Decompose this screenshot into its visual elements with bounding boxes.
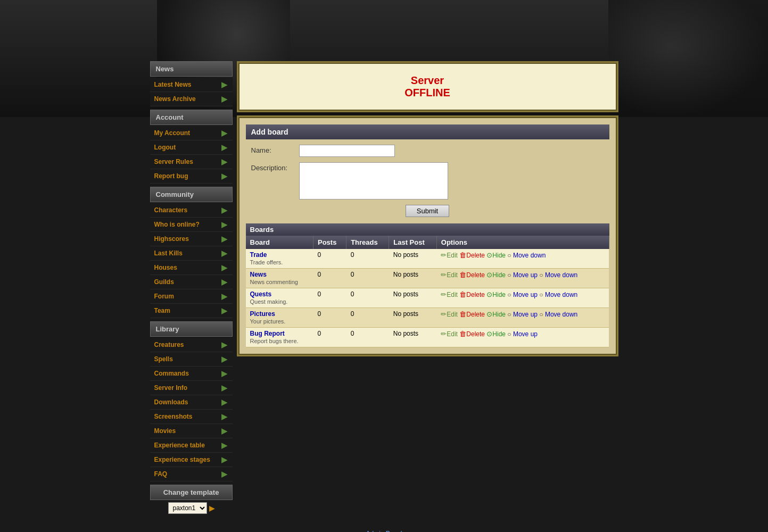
delete-link[interactable]: 🗑Delete — [459, 252, 485, 259]
server-offline-label: OFFLINE — [250, 87, 605, 99]
sidebar-item-logout[interactable]: Logout ▶ — [150, 140, 233, 155]
delete-link[interactable]: 🗑Delete — [459, 330, 485, 338]
boards-table: Board Posts Threads Last Post Options Tr… — [246, 236, 609, 347]
delete-link[interactable]: 🗑Delete — [459, 311, 485, 318]
col-last-post: Last Post — [389, 236, 437, 249]
move-up-link[interactable]: Move up — [513, 291, 538, 298]
board-link[interactable]: Bug Report — [250, 330, 309, 337]
arrow-icon: ▶ — [221, 206, 227, 214]
sidebar-item-guilds[interactable]: Guilds ▶ — [150, 275, 233, 289]
change-template-button[interactable]: Change template — [150, 485, 233, 500]
table-row: PicturesYour pictures.00No posts✏Edit 🗑D… — [246, 308, 609, 328]
sidebar-item-news-archive[interactable]: News Archive ▶ — [150, 92, 233, 106]
arrow-icon: ▶ — [221, 384, 227, 392]
last-post-cell: No posts — [389, 328, 437, 347]
template-go-icon[interactable]: ▶ — [209, 504, 214, 512]
sidebar-item-server-rules[interactable]: Server Rules ▶ — [150, 155, 233, 169]
posts-cell: 0 — [313, 249, 346, 269]
hide-link[interactable]: ⊙Hide — [486, 330, 506, 338]
sidebar-item-my-account[interactable]: My Account ▶ — [150, 126, 233, 140]
move-down-link[interactable]: Move down — [513, 252, 546, 259]
sidebar-news-items: Latest News ▶ News Archive ▶ — [150, 78, 233, 106]
col-options: Options — [436, 236, 609, 249]
sidebar-item-screenshots[interactable]: Screenshots ▶ — [150, 410, 233, 424]
threads-cell: 0 — [346, 269, 389, 288]
sidebar-item-experience-stages[interactable]: Experience stages ▶ — [150, 453, 233, 467]
move-down-link[interactable]: Move down — [545, 291, 577, 298]
sidebar-item-report-bug[interactable]: Report bug ▶ — [150, 169, 233, 184]
edit-link[interactable]: ✏Edit — [441, 311, 458, 318]
board-cell: Bug ReportReport bugs there. — [246, 328, 313, 347]
arrow-icon: ▶ — [221, 157, 227, 166]
sidebar-item-server-info[interactable]: Server Info ▶ — [150, 381, 233, 395]
sidebar-item-commands[interactable]: Commands ▶ — [150, 367, 233, 381]
threads-cell: 0 — [346, 249, 389, 269]
submit-row: Submit — [246, 205, 609, 217]
hide-link[interactable]: ⊙Hide — [486, 311, 506, 318]
server-status-inner: Server OFFLINE — [238, 63, 617, 111]
threads-cell: 0 — [346, 288, 389, 308]
sidebar-item-team[interactable]: Team ▶ — [150, 304, 233, 318]
admin-panel-link[interactable]: Admin Panel — [366, 530, 402, 532]
hide-link[interactable]: ⊙Hide — [486, 271, 506, 279]
sidebar: News Latest News ▶ News Archive ▶ Accoun… — [150, 61, 233, 514]
sidebar-section-library: Library — [150, 321, 233, 337]
last-post-cell: No posts — [389, 249, 437, 269]
edit-link[interactable]: ✏Edit — [441, 252, 458, 259]
arrow-icon: ▶ — [221, 143, 227, 152]
board-link[interactable]: News — [250, 271, 309, 278]
last-post-cell: No posts — [389, 288, 437, 308]
hide-link[interactable]: ⊙Hide — [486, 291, 506, 298]
add-board-header: Add board — [246, 124, 609, 139]
content-area: Server OFFLINE Add board Name: D — [237, 61, 618, 356]
sidebar-item-movies[interactable]: Movies ▶ — [150, 424, 233, 438]
arrow-icon: ▶ — [221, 398, 227, 406]
options-cell: ✏Edit 🗑Delete ⊙Hide ○ Move down — [436, 249, 609, 269]
edit-link[interactable]: ✏Edit — [441, 271, 458, 279]
footer: Admin Panel Currently there is 1 visitor… — [334, 530, 434, 532]
threads-cell: 0 — [346, 308, 389, 328]
sidebar-item-characters[interactable]: Characters ▶ — [150, 203, 233, 218]
delete-link[interactable]: 🗑Delete — [459, 291, 485, 298]
board-link[interactable]: Trade — [250, 251, 309, 259]
board-link[interactable]: Quests — [250, 290, 309, 298]
move-up-link[interactable]: Move up — [513, 311, 538, 318]
hide-link[interactable]: ⊙Hide — [486, 252, 506, 259]
sidebar-item-who-is-online[interactable]: Who is online? ▶ — [150, 218, 233, 232]
template-dropdown[interactable]: paxton1 — [168, 502, 207, 514]
col-board: Board — [246, 236, 313, 249]
edit-link[interactable]: ✏Edit — [441, 291, 458, 298]
sidebar-item-houses[interactable]: Houses ▶ — [150, 261, 233, 275]
board-desc: Your pictures. — [250, 318, 286, 325]
board-name-input[interactable] — [299, 145, 395, 157]
move-down-link[interactable]: Move down — [545, 271, 577, 279]
delete-link[interactable]: 🗑Delete — [459, 271, 485, 279]
arrow-icon: ▶ — [221, 220, 227, 229]
edit-link[interactable]: ✏Edit — [441, 330, 458, 338]
sidebar-item-downloads[interactable]: Downloads ▶ — [150, 395, 233, 410]
sidebar-item-latest-news[interactable]: Latest News ▶ — [150, 78, 233, 92]
sidebar-item-spells[interactable]: Spells ▶ — [150, 352, 233, 367]
sidebar-account-items: My Account ▶ Logout ▶ Server Rules ▶ Rep… — [150, 126, 233, 184]
sidebar-item-highscores[interactable]: Highscores ▶ — [150, 232, 233, 246]
submit-button[interactable]: Submit — [406, 205, 449, 217]
sidebar-item-forum[interactable]: Forum ▶ — [150, 289, 233, 304]
sidebar-item-creatures[interactable]: Creatures ▶ — [150, 338, 233, 352]
options-cell: ✏Edit 🗑Delete ⊙Hide ○ Move up ○ Move dow… — [436, 288, 609, 308]
arrow-icon: ▶ — [221, 249, 227, 257]
board-desc: News commenting — [250, 279, 298, 285]
description-label: Description: — [251, 162, 299, 172]
move-down-link[interactable]: Move down — [545, 311, 577, 318]
move-up-link[interactable]: Move up — [513, 271, 538, 279]
options-cell: ✏Edit 🗑Delete ⊙Hide ○ Move up ○ Move dow… — [436, 269, 609, 288]
board-description-textarea[interactable] — [299, 162, 448, 200]
sidebar-item-last-kills[interactable]: Last Kills ▶ — [150, 246, 233, 261]
board-link[interactable]: Pictures — [250, 310, 309, 318]
name-label: Name: — [251, 145, 299, 154]
server-status-box: Server OFFLINE — [237, 61, 618, 112]
sidebar-item-experience-table[interactable]: Experience table ▶ — [150, 438, 233, 453]
posts-cell: 0 — [313, 328, 346, 347]
board-desc: Trade offers. — [250, 259, 283, 265]
sidebar-item-faq[interactable]: FAQ ▶ — [150, 467, 233, 481]
move-up-link[interactable]: Move up — [513, 330, 538, 338]
